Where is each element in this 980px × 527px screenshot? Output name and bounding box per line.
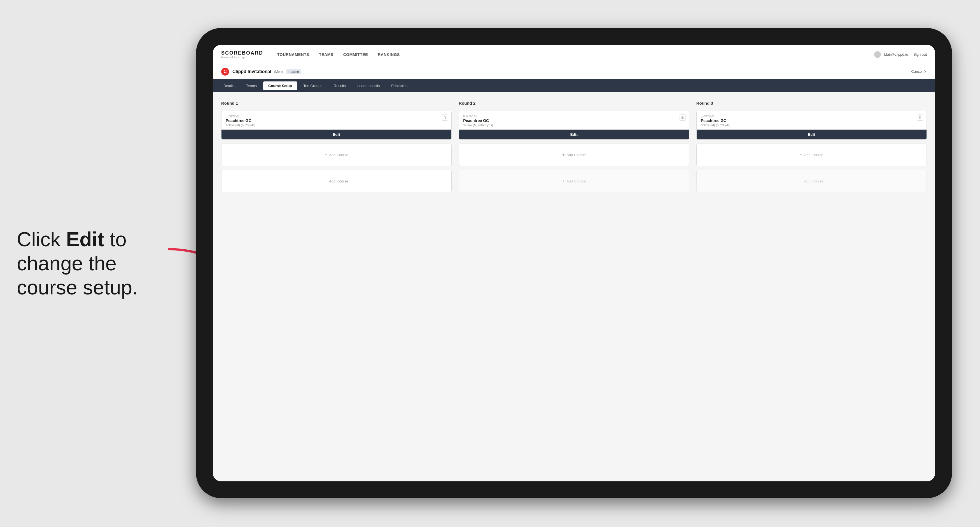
course-name-3: Peachtree GC [701, 118, 922, 123]
tournament-logo: C [221, 68, 229, 76]
add-course-label-2: Add Course [329, 179, 348, 183]
sign-out-link[interactable]: | Sign out [912, 52, 927, 57]
add-course-slot-1[interactable]: + Add Course [221, 144, 452, 166]
round-1-title: Round 1 [221, 101, 452, 105]
add-course-slot-6: + Add Course [696, 170, 927, 192]
tab-bar: Details Teams Course Setup Tee Groups Re… [213, 79, 935, 92]
round-2-col: Round 2 (Course A) Peachtree GC Yellow (… [459, 101, 689, 192]
course-label: (Course A) [226, 114, 447, 117]
rounds-grid: Round 1 (Course A) Peachtree GC Yellow (… [221, 101, 927, 192]
round-1-course-card: (Course A) Peachtree GC Yellow (M) (6629… [221, 111, 452, 140]
tab-results[interactable]: Results [329, 81, 351, 90]
tab-course-setup[interactable]: Course Setup [263, 81, 297, 90]
course-details-3: Yellow (M) (6629 yds) [701, 124, 922, 127]
add-course-label-5: Add Course [804, 153, 824, 157]
hosting-badge: Hosting [286, 70, 301, 74]
add-course-label-3: Add Course [566, 153, 586, 157]
add-course-label-6: Add Course [804, 179, 824, 183]
round-2-title: Round 2 [459, 101, 689, 105]
course-name: Peachtree GC [226, 118, 447, 123]
tab-teams[interactable]: Teams [241, 81, 262, 90]
plus-icon-4: + [562, 179, 565, 184]
course-details-2: Yellow (M) (6629 yds) [463, 124, 685, 127]
nav-tournaments[interactable]: TOURNAMENTS [277, 52, 309, 57]
add-course-slot-2[interactable]: + Add Course [221, 170, 452, 192]
add-course-slot-5[interactable]: + Add Course [696, 144, 927, 166]
course-label-2: (Course A) [463, 114, 685, 117]
course-name-2: Peachtree GC [463, 118, 685, 123]
edit-course-button-2[interactable]: Edit [459, 130, 689, 140]
add-course-label: Add Course [329, 153, 348, 157]
tablet-frame: SCOREBOARD Powered by clippd TOURNAMENTS… [196, 28, 952, 498]
delete-course-button-3[interactable]: 🗑 [917, 114, 923, 121]
delete-course-button-2[interactable]: 🗑 [679, 114, 686, 121]
plus-icon-5: + [800, 152, 802, 157]
tablet-screen: SCOREBOARD Powered by clippd TOURNAMENTS… [213, 45, 935, 481]
plus-icon: + [325, 152, 327, 157]
round-1-col: Round 1 (Course A) Peachtree GC Yellow (… [221, 101, 452, 192]
tab-leaderboards[interactable]: Leaderboards [352, 81, 385, 90]
delete-course-button[interactable]: 🗑 [442, 114, 448, 121]
tab-printables[interactable]: Printables [386, 81, 412, 90]
bold-edit: Edit [66, 228, 104, 251]
nav-bar: SCOREBOARD Powered by clippd TOURNAMENTS… [213, 45, 935, 64]
course-label-3: (Course A) [701, 114, 922, 117]
logo-sub: Powered by clippd [221, 56, 263, 59]
course-card-header: (Course A) Peachtree GC Yellow (M) (6629… [221, 111, 451, 130]
round-3-title: Round 3 [696, 101, 927, 105]
tournament-gender: (Men) [274, 70, 283, 74]
add-course-label-4: Add Course [566, 179, 586, 183]
cancel-button[interactable]: Cancel ✕ [912, 70, 927, 74]
course-card-header-3: (Course A) Peachtree GC Yellow (M) (6629… [697, 111, 926, 130]
instruction-text: Click Edit to change the course setup. [17, 227, 179, 300]
edit-course-button[interactable]: Edit [221, 130, 451, 140]
add-course-slot-3[interactable]: + Add Course [459, 144, 689, 166]
plus-icon-2: + [325, 179, 327, 184]
user-email: blair@clippd.io [884, 52, 908, 57]
nav-teams[interactable]: TEAMS [319, 52, 334, 57]
round-2-course-card: (Course A) Peachtree GC Yellow (M) (6629… [459, 111, 689, 140]
logo-area: SCOREBOARD Powered by clippd [221, 50, 263, 59]
logo-title: SCOREBOARD [221, 50, 263, 56]
nav-right: blair@clippd.io | Sign out [874, 51, 927, 58]
main-content: Round 1 (Course A) Peachtree GC Yellow (… [213, 92, 935, 481]
plus-icon-3: + [562, 152, 565, 157]
round-3-course-card: (Course A) Peachtree GC Yellow (M) (6629… [696, 111, 927, 140]
nav-committee[interactable]: COMMITTEE [343, 52, 368, 57]
tab-tee-groups[interactable]: Tee Groups [299, 81, 327, 90]
sub-header: C Clippd Invitational (Men) Hosting Canc… [213, 64, 935, 79]
edit-course-button-3[interactable]: Edit [697, 130, 926, 140]
add-course-slot-4: + Add Course [459, 170, 689, 192]
course-card-header-2: (Course A) Peachtree GC Yellow (M) (6629… [459, 111, 689, 130]
course-details: Yellow (M) (6629 yds) [226, 124, 447, 127]
nav-links: TOURNAMENTS TEAMS COMMITTEE RANKINGS [277, 52, 874, 57]
tournament-name: Clippd Invitational [232, 69, 271, 74]
plus-icon-6: + [800, 179, 802, 184]
nav-rankings[interactable]: RANKINGS [378, 52, 400, 57]
round-3-col: Round 3 (Course A) Peachtree GC Yellow (… [696, 101, 927, 192]
user-avatar [874, 51, 881, 58]
tab-details[interactable]: Details [218, 81, 240, 90]
